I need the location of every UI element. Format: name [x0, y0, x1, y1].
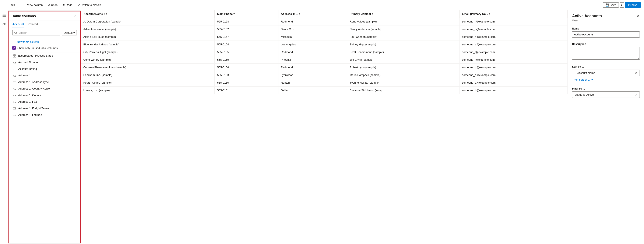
column-type-icon: Ab	[12, 94, 16, 97]
view-column-button[interactable]: ＋ View column	[22, 2, 44, 8]
search-input[interactable]	[18, 31, 58, 34]
description-section: Description	[568, 40, 644, 63]
table-cell: Redmond	[278, 18, 347, 26]
right-panel-close-button[interactable]: ✕	[636, 14, 640, 18]
tab-account[interactable]: Account	[12, 21, 24, 28]
sort-remove-button[interactable]: ✕	[635, 71, 638, 75]
plus-icon: ＋	[24, 3, 26, 7]
list-item[interactable]: Address 1: Address Type	[9, 79, 80, 85]
column-list: (Deprecated) Process StageAbAccount Numb…	[9, 52, 80, 243]
table-cell: Missoula	[278, 33, 347, 41]
sort-label: Sort by ...	[572, 65, 640, 68]
undo-button[interactable]: ↺ Undo	[46, 3, 59, 8]
table-cell: Redmond	[278, 64, 347, 71]
right-panel-title: Active Accounts	[572, 14, 602, 18]
list-item[interactable]: AbAccount Number	[9, 59, 80, 66]
default-label: Default	[64, 31, 72, 34]
panel-close-button[interactable]: ✕	[74, 14, 77, 18]
list-item[interactable]: (Deprecated) Process Stage	[9, 52, 80, 59]
save-button[interactable]: 💾 Save	[603, 2, 619, 8]
column-name-label: Address 1: Fax	[18, 100, 37, 103]
list-item[interactable]: .00Address 1: Latitude	[9, 112, 80, 118]
hamburger-icon-button[interactable]	[1, 12, 8, 19]
table-cell: someone_j@example.com	[459, 56, 568, 64]
table-row[interactable]: City Power & Light (sample)555-0155Redmo…	[81, 48, 568, 56]
svg-text:Ab: Ab	[13, 88, 16, 90]
column-type-icon: Ab	[12, 87, 16, 90]
filter-chevron-icon: ▾	[372, 13, 373, 15]
right-panel-header: Active Accounts ✕	[568, 10, 644, 19]
column-header[interactable]: Email (Primary Co...▾	[459, 10, 568, 18]
column-header-inner: Address 1: ...▾	[281, 12, 344, 16]
filter-chevron-icon: ▾	[234, 13, 235, 15]
list-item[interactable]: AbAddress 1: County	[9, 92, 80, 98]
list-item[interactable]: Address 1: Freight Terms	[9, 105, 80, 112]
table-row[interactable]: Blue Yonder Airlines (sample)555-0154Los…	[81, 41, 568, 48]
unused-columns-checkbox-row: Show only unused table columns	[12, 45, 77, 51]
name-input[interactable]	[572, 31, 640, 38]
grid-table-wrap[interactable]: Account Name↑▾Main Phone▾Address 1: ...▾…	[80, 10, 568, 244]
column-type-icon: Ab	[12, 74, 16, 77]
table-cell: someone_b@example.com	[459, 87, 568, 94]
redo-label: Redo	[66, 4, 72, 7]
table-row[interactable]: Contoso Pharmaceuticals (sample)555-0156…	[81, 64, 568, 71]
table-cell: Fourth Coffee (sample)	[81, 79, 214, 87]
then-sort-chevron-icon: ▾	[592, 78, 593, 81]
list-item[interactable]: AbAddress 1	[9, 72, 80, 79]
svg-rect-1	[2, 15, 6, 16]
publish-button[interactable]: Publish	[625, 2, 640, 8]
default-dropdown[interactable]: Default ▾	[62, 30, 77, 36]
new-column-button[interactable]: ＋ New table column	[12, 38, 39, 45]
redo-icon: ↻	[62, 4, 65, 7]
table-row[interactable]: Fourth Coffee (sample)555-0150RentonYvon…	[81, 79, 568, 87]
column-header[interactable]: Primary Contact▾	[347, 10, 459, 18]
column-header[interactable]: Address 1: ...▾	[278, 10, 347, 18]
search-box	[12, 30, 60, 36]
then-sort-button[interactable]: Then sort by ... ▾	[572, 77, 593, 82]
column-header[interactable]: Main Phone▾	[214, 10, 278, 18]
filter-remove-button[interactable]: ✕	[635, 93, 638, 96]
undo-icon: ↺	[48, 4, 50, 7]
column-header[interactable]: Account Name↑▾	[81, 10, 214, 18]
table-cell: someone_f@example.com	[459, 48, 568, 56]
table-cell: 555-0158	[214, 18, 278, 26]
column-type-icon: .00	[12, 114, 16, 116]
table-cell: Blue Yonder Airlines (sample)	[81, 41, 214, 48]
description-input[interactable]	[572, 47, 640, 60]
table-cell: someone_a@example.com	[459, 79, 568, 87]
table-row[interactable]: Alpine Ski House (sample)555-0157Missoul…	[81, 33, 568, 41]
column-header-label: Address 1: ...	[281, 12, 298, 16]
column-name-label: Address 1: Freight Terms	[18, 107, 49, 110]
table-cell: Nancy Anderson (sample)	[347, 26, 459, 33]
filter-label: Filter by ...	[572, 87, 640, 90]
text-icon-button[interactable]: Ab	[1, 20, 8, 27]
switch-label: Switch to classic	[81, 4, 101, 7]
svg-rect-8	[15, 56, 16, 57]
list-item[interactable]: AbAddress 1: Country/Region	[9, 85, 80, 92]
table-cell: 555-0159	[214, 56, 278, 64]
save-dropdown-button[interactable]: ▾	[620, 2, 624, 8]
list-item[interactable]: AbAddress 1: Fax	[9, 98, 80, 105]
back-label: Back	[9, 4, 15, 7]
list-item[interactable]: Account Rating	[9, 66, 80, 72]
table-cell: 555-0153	[214, 71, 278, 79]
search-icon	[14, 31, 17, 34]
table-row[interactable]: A. Datum Corporation (sample)555-0158Red…	[81, 18, 568, 26]
table-row[interactable]: Coho Winery (sample)555-0159PhoenixJim G…	[81, 56, 568, 64]
column-name-label: Address 1: County	[18, 94, 41, 97]
column-type-icon	[12, 81, 16, 84]
table-row[interactable]: Fabrikam, Inc. (sample)555-0153LynnwoodM…	[81, 71, 568, 79]
back-button[interactable]: ← Back	[4, 3, 16, 8]
table-cell: Robert Lyon (sample)	[347, 64, 459, 71]
tab-related[interactable]: Related	[28, 21, 38, 28]
svg-rect-6	[15, 54, 16, 56]
search-row: Default ▾	[9, 28, 80, 38]
table-row[interactable]: Adventure Works (sample)555-0152Santa Cr…	[81, 26, 568, 33]
table-cell: 555-0152	[214, 26, 278, 33]
then-sort-label: Then sort by ...	[572, 78, 590, 81]
unused-columns-checkbox[interactable]	[12, 46, 16, 50]
redo-button[interactable]: ↻ Redo	[61, 3, 74, 8]
table-row[interactable]: Litware, Inc. (sample)555-0151DallasSusa…	[81, 87, 568, 94]
switch-classic-button[interactable]: ↗ Switch to classic	[76, 3, 103, 8]
sort-chip: ↑ Account Name ✕	[572, 70, 640, 76]
